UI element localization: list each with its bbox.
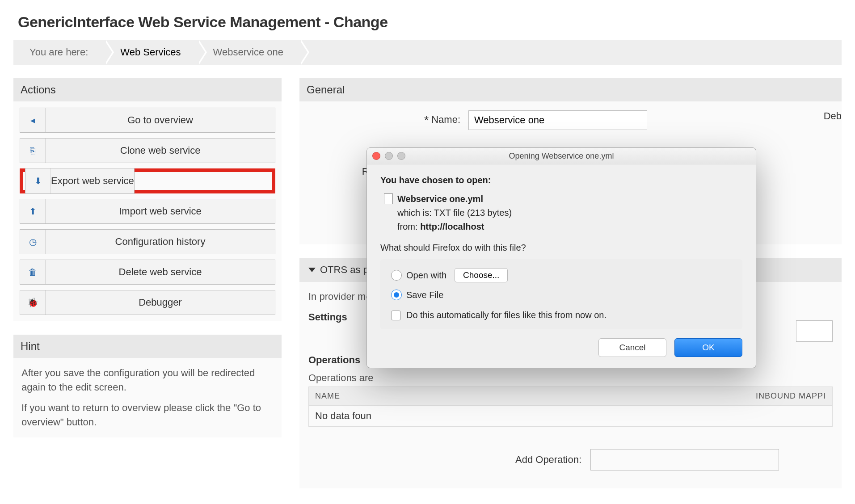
choose-button[interactable]: Choose... — [455, 268, 508, 282]
checkbox-icon — [391, 311, 401, 320]
prompt-text: What should Firefox do with this file? — [380, 243, 742, 253]
copy-icon: ⎘ — [20, 139, 46, 163]
action-label: Debugger — [46, 297, 275, 308]
which-is-label: which is: — [397, 208, 432, 218]
action-delete[interactable]: 🗑 Delete web service — [20, 260, 275, 285]
action-clone[interactable]: ⎘ Clone web service — [20, 138, 275, 163]
col-name: NAME — [315, 391, 601, 401]
breadcrumb-item-webservices[interactable]: Web Services — [104, 40, 197, 65]
radio-unchecked-icon — [391, 270, 402, 281]
clock-icon: ◷ — [20, 230, 46, 254]
document-icon — [384, 193, 393, 204]
name-input[interactable] — [468, 110, 647, 130]
page-title: GenericInterface Web Service Management … — [18, 13, 855, 31]
ok-button[interactable]: OK — [674, 338, 742, 357]
actions-header: Actions — [13, 78, 282, 101]
breadcrumb-here: You are here: — [13, 40, 104, 65]
name-label: *Name: — [299, 113, 468, 127]
trash-icon: 🗑 — [20, 260, 46, 284]
action-label: Import web service — [46, 206, 275, 217]
actions-panel: Actions ◂ Go to overview ⎘ Clone web ser… — [13, 78, 282, 321]
action-label: Clone web service — [46, 145, 275, 156]
auto-label: Do this automatically for files like thi… — [406, 310, 607, 320]
back-icon: ◂ — [20, 108, 46, 132]
bug-icon: 🐞 — [20, 290, 46, 315]
action-label: Configuration history — [46, 236, 275, 248]
save-file-label: Save File — [406, 290, 443, 300]
action-overview[interactable]: ◂ Go to overview — [20, 108, 275, 133]
otrs-header-text: OTRS as p — [320, 264, 369, 276]
chosen-text: You have chosen to open: — [380, 175, 742, 185]
action-debugger[interactable]: 🐞 Debugger — [20, 290, 275, 315]
dialog-titlebar: Opening Webservice one.yml — [367, 148, 756, 164]
cancel-button[interactable]: Cancel — [598, 338, 666, 357]
hint-panel: Hint After you save the configuration yo… — [13, 335, 282, 437]
from-label: from: — [397, 222, 418, 231]
network-transport-select[interactable] — [796, 320, 833, 342]
breadcrumb-item-current: Webservice one — [197, 40, 299, 65]
download-dialog: Opening Webservice one.yml You have chos… — [366, 147, 756, 368]
open-with-label: Open with — [406, 270, 446, 281]
radio-checked-icon — [391, 290, 402, 300]
general-header: General — [299, 78, 842, 101]
action-label: Export web service — [51, 175, 134, 187]
hint-text-1: After you save the configuration you wil… — [21, 366, 274, 395]
from-value: http://localhost — [420, 222, 484, 231]
operations-table-header: NAME INBOUND MAPPI — [308, 386, 833, 405]
breadcrumb: You are here: Web Services Webservice on… — [13, 40, 842, 65]
action-export[interactable]: ⬇ Export web service — [25, 168, 135, 194]
operations-sub: Operations are — [308, 372, 833, 384]
hint-header: Hint — [13, 335, 282, 358]
add-operation-label: Add Operation: — [515, 454, 581, 466]
auto-option[interactable]: Do this automatically for files like thi… — [391, 310, 732, 320]
save-file-option[interactable]: Save File — [391, 290, 732, 300]
action-import[interactable]: ⬆ Import web service — [20, 199, 275, 224]
add-operation-select[interactable] — [590, 449, 779, 470]
col-inbound: INBOUND MAPPI — [601, 391, 826, 401]
action-label: Go to overview — [46, 114, 275, 126]
caret-down-icon — [308, 268, 316, 272]
action-label: Delete web service — [46, 266, 275, 278]
hint-text-2: If you want to return to overview please… — [21, 401, 274, 429]
download-icon: ⬇ — [25, 168, 51, 193]
upload-icon: ⬆ — [20, 199, 46, 223]
action-export-highlighted: ⬇ Export web service — [20, 168, 275, 193]
action-history[interactable]: ◷ Configuration history — [20, 229, 275, 254]
open-with-option[interactable]: Open with Choose... — [391, 268, 732, 282]
table-row-empty: No data foun — [308, 405, 833, 427]
deb-label-truncated: Deb — [824, 110, 842, 122]
file-name: Webservice one.yml — [397, 194, 483, 204]
which-is-value: TXT file (213 bytes) — [434, 208, 512, 218]
dialog-title: Opening Webservice one.yml — [367, 151, 756, 161]
